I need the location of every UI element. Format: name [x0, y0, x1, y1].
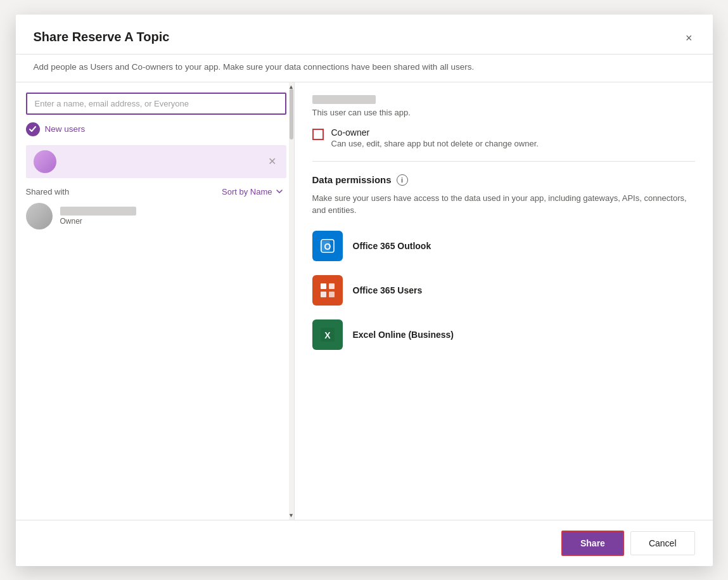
shared-with-header: Shared with Sort by Name [26, 187, 286, 197]
new-users-label: New users [45, 124, 86, 134]
coowner-label: Co-owner [331, 127, 539, 138]
data-permissions-header: Data permissions i [312, 174, 695, 186]
dialog-header: Share Reserve A Topic × [16, 15, 713, 55]
scroll-thumb[interactable] [290, 89, 293, 139]
excel-connector-name: Excel Online (Business) [353, 330, 454, 340]
owner-avatar [26, 203, 53, 229]
owner-info: Owner [60, 207, 136, 226]
dialog-footer: Share Cancel [16, 520, 713, 566]
right-panel: This user can use this app. Co-owner Can… [295, 82, 713, 520]
scroll-down-arrow[interactable]: ▼ [289, 511, 294, 520]
svg-rect-4 [329, 283, 335, 289]
scrollbar[interactable]: ▲ ▼ [289, 82, 294, 520]
user-tag-remove-button[interactable]: ✕ [265, 154, 279, 169]
office365users-icon [312, 275, 343, 306]
svg-rect-3 [321, 283, 326, 289]
coowner-label-group: Co-owner Can use, edit, share app but no… [331, 127, 539, 148]
dialog-subtitle: Add people as Users and Co-owners to you… [16, 55, 713, 82]
left-panel: New users ✕ Shared with Sort by Name [16, 82, 295, 520]
new-users-check-icon [26, 122, 40, 136]
coowner-desc: Can use, edit, share app but not delete … [331, 139, 539, 148]
user-tag: ✕ [26, 145, 286, 178]
share-dialog: Share Reserve A Topic × Add people as Us… [16, 15, 713, 566]
coowner-row: Co-owner Can use, edit, share app but no… [312, 127, 695, 148]
new-users-row: New users [26, 122, 294, 136]
chevron-down-icon [275, 187, 284, 196]
data-permissions-desc: Make sure your users have access to the … [312, 192, 695, 217]
sort-by-dropdown[interactable]: Sort by Name [222, 187, 283, 197]
share-button[interactable]: Share [561, 531, 624, 556]
dialog-title: Share Reserve A Topic [34, 30, 170, 44]
owner-name-blurred [60, 207, 136, 216]
dialog-body: New users ✕ Shared with Sort by Name [16, 82, 713, 520]
owner-row: Owner [26, 203, 286, 229]
user-tag-avatar [34, 150, 56, 173]
svg-text:O: O [324, 242, 331, 252]
coowner-checkbox[interactable] [312, 129, 324, 140]
outlook-icon: O [312, 231, 343, 261]
sort-by-label: Sort by Name [222, 187, 272, 197]
info-icon[interactable]: i [397, 174, 408, 186]
svg-text:X: X [324, 330, 331, 340]
connector-item-outlook: O Office 365 Outlook [312, 231, 695, 261]
shared-with-label: Shared with [26, 187, 70, 197]
left-scroll-area: New users ✕ Shared with Sort by Name [16, 82, 294, 520]
office365users-connector-name: Office 365 Users [353, 285, 423, 295]
can-use-text: This user can use this app. [312, 108, 695, 117]
svg-rect-6 [329, 292, 335, 297]
data-permissions-title: Data permissions [312, 174, 392, 185]
outlook-connector-name: Office 365 Outlook [353, 241, 431, 251]
cancel-button[interactable]: Cancel [630, 531, 695, 555]
search-input-wrapper [26, 93, 286, 115]
owner-badge: Owner [60, 217, 136, 226]
section-divider [312, 161, 695, 162]
connector-item-excel: X Excel Online (Business) [312, 319, 695, 350]
svg-rect-5 [321, 292, 326, 297]
selected-user-name-blurred [312, 95, 376, 104]
search-input[interactable] [26, 93, 286, 115]
connector-item-office365users: Office 365 Users [312, 275, 695, 306]
excel-icon: X [312, 319, 343, 350]
close-button[interactable]: × [683, 30, 695, 46]
